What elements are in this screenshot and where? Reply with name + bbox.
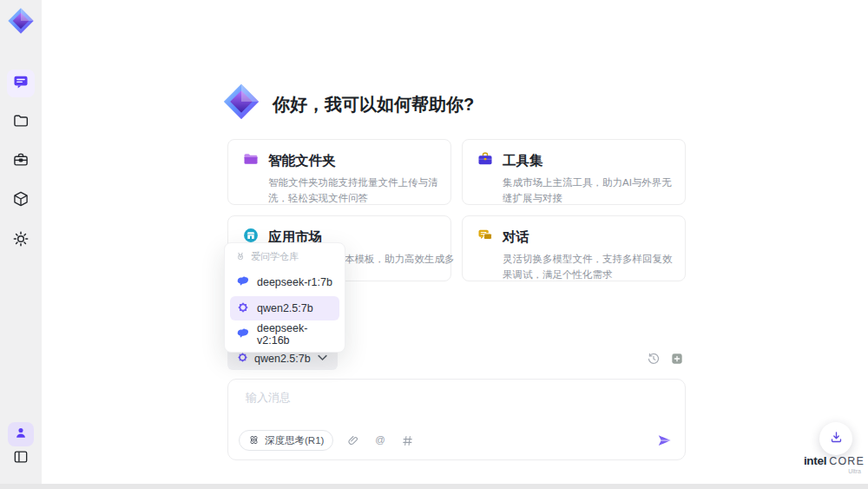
card-toolset[interactable]: 工具集 集成市场上主流工具，助力AI与外界无缝扩展与对接 (462, 139, 686, 205)
model-option-label: deepseek-v2:16b (257, 322, 333, 347)
model-option-deepseek-r1[interactable]: deepseek-r1:7b (230, 270, 339, 294)
sidebar-item-profile[interactable] (8, 422, 34, 446)
sidebar-item-panel-toggle[interactable] (10, 448, 31, 469)
card-description: 集成市场上主流工具，助力AI与外界无缝扩展与对接 (503, 175, 680, 207)
folder-icon (12, 112, 30, 133)
model-dropdown-header: 爱问学仓库 (230, 248, 339, 268)
card-description: 灵活切换多模型文件，支持多样回复效果调试，满足个性化需求 (503, 252, 680, 283)
chat-header-actions (646, 351, 685, 367)
model-option-label: deepseek-r1:7b (257, 276, 332, 288)
composer-icons: @ (345, 433, 415, 448)
toolbox-icon (12, 151, 30, 172)
deepseek-icon (236, 274, 250, 291)
sidebar (0, 0, 42, 489)
new-chat-plus-icon[interactable] (669, 351, 685, 367)
sidebar-item-chat[interactable] (7, 69, 35, 97)
paperclip-icon[interactable] (345, 433, 361, 448)
card-title: 智能文件夹 (268, 152, 336, 170)
model-option-deepseek-v2[interactable]: deepseek-v2:16b (230, 322, 339, 347)
greeting-title: 你好，我可以如何帮助你? (273, 93, 474, 116)
deep-think-label: 深度思考(R1) (265, 434, 324, 447)
card-smart-folder[interactable]: 智能文件夹 智能文件夹功能支持批量文件上传与清洗，轻松实现文件问答 (227, 139, 451, 205)
sidebar-item-models[interactable] (7, 187, 35, 215)
atom-icon (248, 434, 260, 447)
card-title: 对话 (503, 228, 529, 247)
app-window: 你好，我可以如何帮助你? 智能文件夹 智能文件夹功能支持批量文件上传与清洗，轻松… (0, 0, 868, 489)
model-option-label: qwen2.5:7b (257, 302, 313, 314)
models-cube-icon (12, 190, 30, 211)
chat-gold-icon (477, 227, 494, 248)
model-option-qwen[interactable]: qwen2.5:7b (230, 296, 339, 320)
hero-logo-icon (222, 83, 260, 121)
message-composer: 深度思考(R1) @ (227, 379, 686, 460)
folder-purple-icon (242, 150, 260, 171)
briefcase-indigo-icon (477, 150, 494, 171)
qwen-icon (236, 301, 250, 317)
deep-think-button[interactable]: 深度思考(R1) (239, 430, 333, 451)
svg-text:@: @ (376, 434, 386, 445)
profile-icon (13, 425, 29, 444)
card-description: 智能文件夹功能支持批量文件上传与清洗，轻松实现文件问答 (268, 175, 445, 207)
intel-sub-text: Ultra (799, 468, 868, 475)
at-icon[interactable]: @ (372, 433, 388, 448)
history-icon[interactable] (646, 351, 661, 367)
download-icon (829, 430, 844, 448)
model-dropdown: 爱问学仓库 deepseek-r1:7b qwen2.5:7b (224, 242, 345, 353)
llama-icon (235, 251, 246, 263)
sidebar-item-folders[interactable] (7, 109, 35, 136)
intel-core-badge: intelCORE Ultra (799, 453, 868, 475)
card-conversation[interactable]: 对话 灵活切换多模型文件，支持多样回复效果调试，满足个性化需求 (462, 215, 686, 281)
app-logo-icon (7, 7, 35, 35)
message-input[interactable] (244, 388, 671, 416)
download-fab-button[interactable] (819, 422, 852, 455)
intel-brand-text: intel (804, 454, 826, 467)
settings-icon (12, 230, 30, 251)
qwen-icon (236, 351, 249, 367)
sidebar-item-settings[interactable] (7, 227, 35, 254)
model-selector-value: qwen2.5:7b (254, 353, 311, 365)
send-button[interactable] (654, 430, 674, 451)
chat-icon (12, 73, 30, 94)
card-title: 工具集 (503, 152, 543, 170)
chevron-down-icon (316, 351, 329, 367)
grid-icon[interactable] (399, 433, 415, 448)
model-dropdown-header-label: 爱问学仓库 (251, 250, 299, 263)
sidebar-item-toolbox[interactable] (7, 148, 35, 175)
intel-product-text: CORE (829, 455, 865, 467)
composer-toolbar: 深度思考(R1) @ (239, 429, 674, 452)
deepseek-icon (236, 327, 250, 343)
bottom-edge-strip (0, 484, 868, 489)
panel-toggle-icon (12, 448, 30, 469)
